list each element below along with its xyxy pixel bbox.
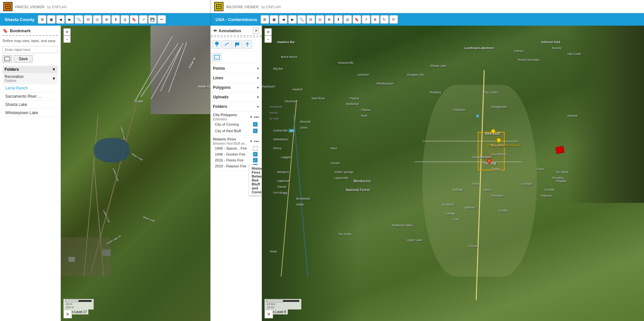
left-edit-btn[interactable]: ✏ bbox=[157, 15, 166, 24]
city-polygons-arrow[interactable]: ▼ bbox=[249, 115, 253, 119]
save-button[interactable]: Save bbox=[14, 55, 33, 62]
folders-section[interactable]: Folders ▼ bbox=[211, 102, 262, 111]
lines-section[interactable]: Lines ▼ bbox=[211, 73, 262, 83]
city-corning-row: City of Corning ✓ bbox=[213, 121, 260, 128]
left-zoom-in[interactable]: + bbox=[63, 28, 71, 36]
sidebar-item-label-1: Sacramento River ... bbox=[5, 94, 41, 99]
left-download-btn[interactable]: ⬇ bbox=[111, 15, 120, 24]
left-zoom-out[interactable]: - bbox=[63, 36, 71, 43]
left-extent-btn[interactable]: ▣ bbox=[47, 15, 56, 24]
tooltip-line1: Historic Fires bbox=[252, 166, 262, 174]
left-map-btn[interactable]: ◎ bbox=[93, 15, 102, 24]
folder-cat-arrow: ▼ bbox=[52, 76, 56, 81]
fire-1946-checkbox[interactable]: ✓ bbox=[253, 152, 258, 157]
bookmark-title: Bookmark bbox=[10, 28, 31, 33]
right-bookmark-btn[interactable]: 🔖 bbox=[353, 15, 361, 24]
city-corning-checkbox[interactable]: ✓ bbox=[253, 122, 258, 127]
right-extent-btn[interactable]: ▣ bbox=[270, 15, 278, 24]
left-search-btn[interactable]: 🔍 bbox=[75, 15, 83, 24]
right-layers2-btn[interactable]: ⊕ bbox=[371, 15, 380, 24]
left-back-btn[interactable]: ◀ bbox=[56, 15, 65, 24]
historic-fires-more[interactable]: ••• bbox=[253, 139, 260, 144]
right-share-btn[interactable]: ↗ bbox=[362, 15, 370, 24]
folder-category[interactable]: Recreation Outdoor ▼ bbox=[3, 73, 58, 84]
annotation-close-btn[interactable]: ✕ bbox=[253, 28, 259, 34]
folder-cat-main: Recreation bbox=[5, 74, 24, 79]
rect-icon[interactable] bbox=[3, 55, 12, 62]
sidebar-item-3[interactable]: Whiskeytown Lake bbox=[3, 109, 58, 117]
left-zoom-controls: + - bbox=[63, 28, 71, 43]
folders-header[interactable]: Folders ▼ bbox=[3, 66, 58, 73]
fire-2016-label: 2016 - Flores Fire bbox=[215, 158, 243, 162]
fire-1945-label: 1945 - Spend... Fire bbox=[215, 146, 247, 150]
right-sync-btn[interactable]: ↻ bbox=[380, 15, 389, 24]
flag-tool[interactable] bbox=[233, 40, 242, 49]
right-forward-btn[interactable]: ▶ bbox=[288, 15, 297, 24]
left-forward-btn[interactable]: ▶ bbox=[65, 15, 74, 24]
right-refresh-btn[interactable]: ⟳ bbox=[389, 15, 398, 24]
pin-tool[interactable] bbox=[212, 40, 221, 49]
points-section[interactable]: Points ▼ bbox=[211, 64, 262, 73]
historic-fires-sub: Between Red Bluff an... bbox=[213, 142, 247, 145]
right-download-btn[interactable]: ⬇ bbox=[334, 15, 343, 24]
right-back-btn[interactable]: ◀ bbox=[279, 15, 288, 24]
left-map[interactable]: Julian St Julian Ct Leahs Loop Leahs Loo… bbox=[61, 26, 210, 321]
svg-rect-9 bbox=[235, 42, 236, 47]
arrow-tool[interactable] bbox=[243, 40, 252, 49]
right-map-close[interactable]: ✕ bbox=[264, 310, 273, 318]
annotation-tools-row2 bbox=[211, 51, 262, 64]
left-share-btn[interactable]: ↗ bbox=[139, 15, 148, 24]
fire-1946-label: 1946 - Gordon Fire bbox=[215, 152, 245, 156]
right-scale-bot: 10 mi bbox=[266, 305, 274, 309]
right-grid-btn[interactable]: ⊟ bbox=[307, 15, 315, 24]
uploads-section[interactable]: Uploads ▼ bbox=[211, 92, 262, 102]
annotation-title: ✏ Annotation bbox=[214, 28, 241, 33]
folders-arrow: ▼ bbox=[52, 67, 56, 72]
right-zoom-out[interactable]: - bbox=[264, 36, 272, 43]
left-print-btn[interactable]: 🖨 bbox=[121, 15, 129, 24]
left-save-btn[interactable]: 💾 bbox=[148, 15, 157, 24]
city-polygons-sub: Estimates bbox=[213, 117, 237, 121]
right-zoom-in[interactable]: + bbox=[264, 28, 272, 36]
right-app-title: WILDFIRE VIEWER by ENPLAN bbox=[226, 4, 281, 10]
city-polygons-title: City Polygons bbox=[213, 113, 237, 117]
left-app-icon bbox=[3, 2, 12, 11]
left-map-close[interactable]: ✕ bbox=[63, 310, 72, 318]
city-redbluff-row: City of Red Bluff ✓ bbox=[213, 128, 260, 134]
sidebar-item-1[interactable]: Sacramento River ... bbox=[3, 92, 58, 101]
polygons-section[interactable]: Polygons ▼ bbox=[211, 83, 262, 92]
polygons-arrow: ▼ bbox=[256, 86, 260, 89]
historic-fires-arrow[interactable]: ▼ bbox=[249, 139, 253, 143]
right-tools-btn[interactable]: ⊕ bbox=[325, 15, 334, 24]
annotation-tools-row1 bbox=[211, 38, 262, 51]
city-redbluff-label: City of Red Bluff bbox=[215, 129, 241, 133]
right-search-btn[interactable]: 🔍 bbox=[297, 15, 306, 24]
left-grid-btn[interactable]: ⊟ bbox=[84, 15, 92, 24]
city-redbluff-checkbox[interactable]: ✓ bbox=[253, 129, 258, 133]
rect-tool[interactable] bbox=[212, 53, 221, 62]
fire-2016-checkbox[interactable]: ✓ bbox=[253, 158, 258, 162]
sidebar-item-label-2: Shasta Lake bbox=[5, 102, 27, 107]
uploads-arrow: ▼ bbox=[256, 95, 260, 99]
lines-arrow: ▼ bbox=[256, 76, 260, 80]
sidebar-item-0[interactable]: Lema Ranch bbox=[3, 84, 58, 92]
right-print-btn[interactable]: 🖨 bbox=[343, 15, 352, 24]
fire-1945-checkbox[interactable] bbox=[253, 146, 258, 151]
bookmark-desc: Refine map view, label, and save. bbox=[3, 38, 58, 43]
right-map-scale: 10 km 10 mi bbox=[264, 299, 301, 309]
line-tool[interactable] bbox=[222, 40, 232, 49]
historic-fires-title: Historic Fires bbox=[213, 137, 247, 141]
bookmark-icon: 🔖 bbox=[3, 28, 8, 33]
label-input[interactable] bbox=[3, 46, 58, 53]
folders-label: Folders bbox=[5, 67, 19, 72]
left-bookmark-btn[interactable]: 🔖 bbox=[130, 15, 138, 24]
right-map[interactable]: Lacehead-Lakeshore Johnson Park Hawkins … bbox=[262, 26, 644, 321]
left-layers-btn[interactable]: ⊞ bbox=[38, 15, 46, 24]
right-layers-btn[interactable]: ⊞ bbox=[261, 15, 269, 24]
city-corning-label: City of Corning bbox=[215, 122, 239, 126]
city-polygons-more[interactable]: ••• bbox=[253, 114, 260, 120]
tooltip-line2: Between Red Bluff and Corning bbox=[252, 174, 262, 194]
right-map-btn[interactable]: ◎ bbox=[316, 15, 324, 24]
left-tools-btn[interactable]: ⊕ bbox=[102, 15, 111, 24]
sidebar-item-2[interactable]: Shasta Lake bbox=[3, 101, 58, 109]
